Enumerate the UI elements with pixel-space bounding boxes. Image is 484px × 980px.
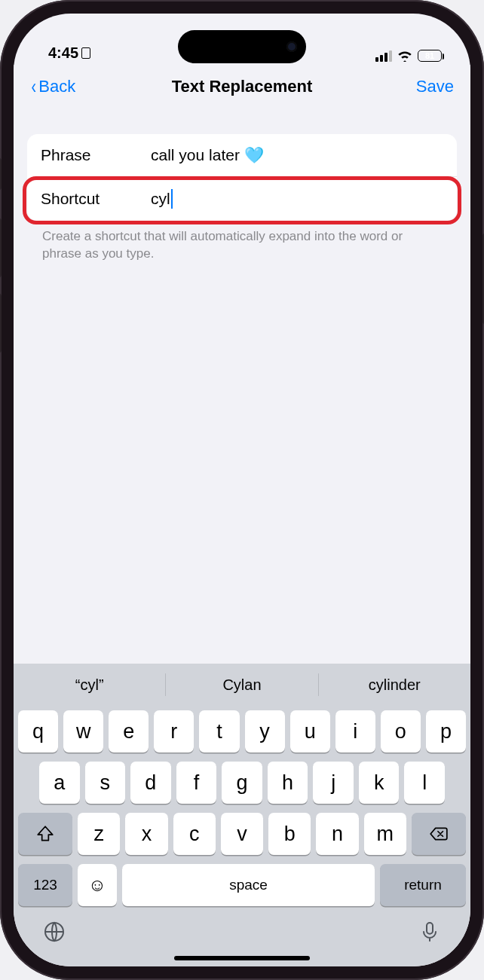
space-key[interactable]: space <box>122 864 375 906</box>
hint-text: Create a shortcut that will automaticall… <box>27 221 457 263</box>
key-g[interactable]: g <box>222 762 262 804</box>
keyboard-bottom-bar <box>14 911 470 948</box>
suggestion-1[interactable]: Cylan <box>166 676 317 694</box>
key-x[interactable]: x <box>125 813 167 855</box>
back-label: Back <box>38 77 75 96</box>
key-s[interactable]: s <box>85 762 126 804</box>
mute-switch <box>0 158 2 190</box>
home-indicator[interactable] <box>174 956 310 960</box>
key-o[interactable]: o <box>381 710 421 753</box>
key-k[interactable]: k <box>359 762 400 804</box>
page-title: Text Replacement <box>14 77 470 96</box>
key-i[interactable]: i <box>335 710 375 753</box>
mic-icon <box>418 920 442 944</box>
back-button[interactable]: ‹ Back <box>30 76 75 97</box>
phrase-row[interactable]: Phrase call you later 🩵 <box>27 134 457 176</box>
key-z[interactable]: z <box>78 813 120 855</box>
shortcut-input[interactable]: cyl <box>151 190 170 208</box>
suggestion-2[interactable]: cylinder <box>319 676 470 694</box>
emoji-icon: ☺ <box>88 875 107 896</box>
key-d[interactable]: d <box>130 762 171 804</box>
key-y[interactable]: y <box>245 710 285 753</box>
key-c[interactable]: c <box>173 813 216 855</box>
keyboard: “cyl” Cylan cylinder q w e r t y u i o p… <box>14 664 470 966</box>
suggestion-0[interactable]: “cyl” <box>14 676 165 694</box>
phrase-input[interactable]: call you later 🩵 <box>151 146 443 164</box>
key-row-3: z x c v b n m <box>14 808 470 859</box>
shortcut-label: Shortcut <box>41 190 151 208</box>
card-icon <box>81 47 90 59</box>
device-frame: 4:45 81 ‹ Back Text Replacement Save Phr… <box>0 0 484 980</box>
camera-dot <box>286 41 297 52</box>
text-cursor <box>171 189 173 209</box>
globe-key[interactable] <box>42 920 66 947</box>
return-key[interactable]: return <box>380 864 466 906</box>
numbers-key[interactable]: 123 <box>18 864 72 906</box>
emoji-key[interactable]: ☺ <box>78 864 117 906</box>
volume-down <box>0 294 2 353</box>
key-f[interactable]: f <box>176 762 217 804</box>
key-j[interactable]: j <box>313 762 354 804</box>
backspace-key[interactable] <box>412 813 466 855</box>
dynamic-island <box>178 30 306 63</box>
suggestion-bar: “cyl” Cylan cylinder <box>14 664 470 706</box>
svg-rect-1 <box>427 923 433 934</box>
wifi-icon <box>397 50 413 62</box>
key-r[interactable]: r <box>154 710 194 753</box>
key-v[interactable]: v <box>221 813 263 855</box>
phrase-label: Phrase <box>41 146 151 164</box>
shortcut-row[interactable]: Shortcut cyl <box>27 177 457 221</box>
cellular-bars-icon <box>375 50 392 62</box>
status-time: 4:45 <box>48 44 78 62</box>
nav-bar: ‹ Back Text Replacement Save <box>14 65 470 108</box>
key-l[interactable]: l <box>404 762 445 804</box>
key-row-4: 123 ☺ space return <box>14 859 470 911</box>
key-t[interactable]: t <box>199 710 239 753</box>
key-p[interactable]: p <box>426 710 466 753</box>
key-n[interactable]: n <box>316 813 358 855</box>
dictation-key[interactable] <box>418 920 442 947</box>
key-q[interactable]: q <box>18 710 58 753</box>
key-u[interactable]: u <box>290 710 330 753</box>
key-m[interactable]: m <box>364 813 406 855</box>
screen: 4:45 81 ‹ Back Text Replacement Save Phr… <box>14 14 470 966</box>
key-h[interactable]: h <box>268 762 308 804</box>
key-e[interactable]: e <box>109 710 149 753</box>
chevron-left-icon: ‹ <box>31 76 36 97</box>
globe-icon <box>42 920 66 944</box>
key-a[interactable]: a <box>39 762 80 804</box>
battery-icon: 81 <box>418 50 442 62</box>
key-row-1: q w e r t y u i o p <box>14 706 470 757</box>
save-button[interactable]: Save <box>416 77 454 96</box>
shift-key[interactable] <box>18 813 72 855</box>
key-b[interactable]: b <box>268 813 311 855</box>
backspace-icon <box>429 824 449 844</box>
content-area: Phrase call you later 🩵 Shortcut cyl Cre… <box>14 108 470 664</box>
key-w[interactable]: w <box>63 710 103 753</box>
form-card: Phrase call you later 🩵 Shortcut cyl <box>27 134 457 221</box>
battery-level: 81 <box>425 51 434 60</box>
volume-up <box>0 218 2 277</box>
shift-icon <box>35 824 55 844</box>
key-row-2: a s d f g h j k l <box>14 757 470 808</box>
